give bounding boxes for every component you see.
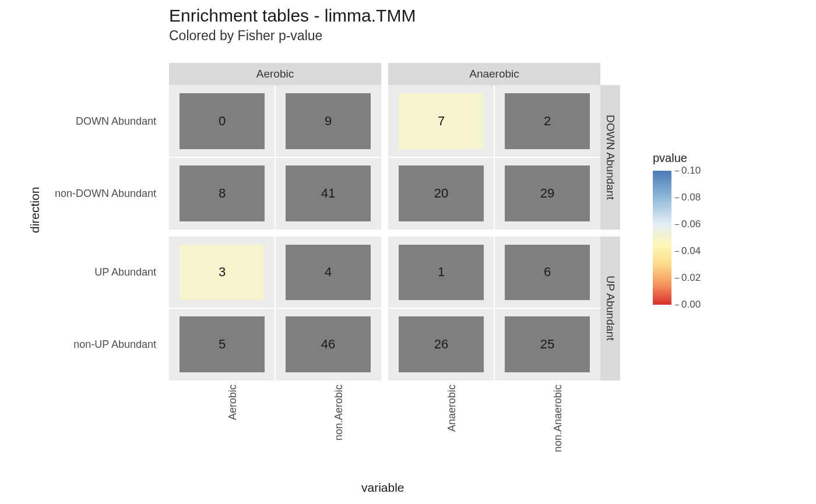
facet-panel: 09841 <box>169 85 381 230</box>
y-axis-ticks: DOWN Abundantnon-DOWN AbundantUP Abundan… <box>45 93 162 379</box>
legend-tick: 0.00 <box>675 299 701 311</box>
x-tick-label: non.Aerobic <box>333 385 345 440</box>
chart-subtitle: Colored by Fisher p-value <box>169 28 416 44</box>
y-tick-label: UP Abundant <box>94 266 156 279</box>
heatmap-cell: 8 <box>180 165 265 221</box>
facet-col-strip: Aerobic <box>169 63 381 85</box>
heatmap-cell: 20 <box>399 165 484 221</box>
y-axis-label: direction <box>28 187 42 233</box>
facet-panel: 162625 <box>388 237 600 381</box>
y-tick-label: non-UP Abundant <box>73 339 156 351</box>
legend-colorbar <box>653 171 671 305</box>
facet-col-strip: Anaerobic <box>388 63 600 85</box>
x-tick-label: Anaerobic <box>446 385 458 432</box>
y-tick-label: non-DOWN Abundant <box>55 187 156 199</box>
heatmap-cell: 26 <box>399 316 484 372</box>
legend-tick: 0.06 <box>675 218 701 230</box>
color-legend: pvalue 0.100.080.060.040.020.00 <box>653 151 769 305</box>
x-tick-label: non.Anaerobic <box>552 385 564 452</box>
x-axis-label: variable <box>361 481 405 495</box>
heatmap-cell: 29 <box>505 165 590 221</box>
x-tick-label: Aerobic <box>227 385 239 420</box>
heatmap-cell: 4 <box>286 245 371 301</box>
facet-row-strip: UP Abundant <box>600 237 620 381</box>
legend-tick: 0.04 <box>675 245 701 257</box>
heatmap-cell: 2 <box>505 93 590 149</box>
legend-ticks: 0.100.080.060.040.020.00 <box>675 171 710 305</box>
heatmap-cell: 9 <box>286 93 371 149</box>
legend-tick: 0.10 <box>675 165 701 177</box>
heatmap-cell: 3 <box>180 245 265 301</box>
chart-title: Enrichment tables - limma.TMM <box>169 6 416 26</box>
heatmap-cell: 25 <box>505 316 590 372</box>
heatmap-cell: 0 <box>180 93 265 149</box>
facet-grid: AerobicAnaerobicDOWN AbundantUP Abundant… <box>169 63 600 380</box>
heatmap-cell: 41 <box>286 165 371 221</box>
facet-panel: 722029 <box>388 85 600 230</box>
y-tick-label: DOWN Abundant <box>76 115 156 127</box>
heatmap-cell: 5 <box>180 316 265 372</box>
heatmap-cell: 7 <box>399 93 484 149</box>
facet-panel: 34546 <box>169 237 381 381</box>
legend-title: pvalue <box>653 151 769 165</box>
x-axis-ticks: Aerobicnon.AerobicAnaerobicnon.Anaerobic <box>169 385 600 478</box>
facet-row-strip: DOWN Abundant <box>600 85 620 230</box>
heatmap-cell: 6 <box>505 245 590 301</box>
heatmap-cell: 1 <box>399 245 484 301</box>
legend-tick: 0.08 <box>675 192 701 203</box>
heatmap-cell: 46 <box>286 316 371 372</box>
legend-tick: 0.02 <box>675 272 701 284</box>
